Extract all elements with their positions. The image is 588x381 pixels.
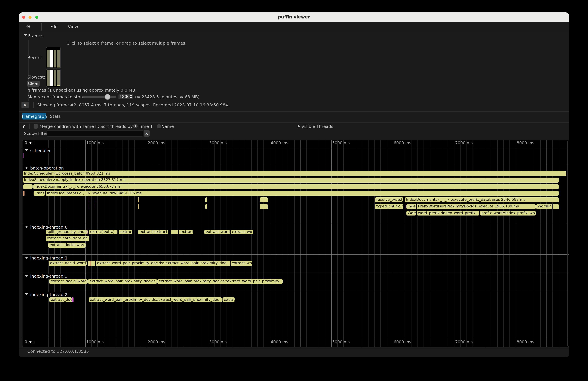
play-button[interactable]: ▶ [21,102,29,108]
flame-span[interactable]: IndexDocuments<_, _>::execute_prefix_dat… [405,198,559,202]
flame-span[interactable]: extract::data_from_ob [45,236,89,241]
flame-span[interactable]: extract_word_pair_proximity_docids::extr… [96,261,230,266]
flame-span[interactable]: extract_word_pair_proximity_docids::extr… [88,297,222,302]
flame-span[interactable] [89,261,90,266]
flame-span[interactable]: Word [406,211,416,215]
help-button[interactable]: ? [22,124,25,129]
sort-time-label[interactable]: Time [139,124,149,129]
flame-span[interactable]: IndexScheduler>::process_batch 8953.821 … [23,171,566,176]
scrollbar[interactable] [567,141,568,346]
gridline [270,140,270,347]
frames-collapse-icon[interactable] [24,34,27,36]
title-bar[interactable]: puffin viewer [19,12,569,22]
flame-span[interactable]: extrac [119,230,132,234]
flame-span[interactable] [23,184,33,189]
flame-span[interactable]: split_grenad_by_chun [45,230,88,234]
scope-filter-input[interactable] [46,130,143,136]
thread-header-indexing-thread:3[interactable]: indexing-thread:3 [25,274,69,279]
menu-file[interactable]: File [50,24,58,29]
max-frames-slider-knob[interactable] [105,94,110,100]
flame-span[interactable]: extract_wo [231,230,253,234]
flame-span[interactable] [205,198,207,202]
flame-span[interactable] [88,198,89,202]
flame-span[interactable] [138,198,139,202]
flame-span[interactable] [23,191,24,196]
flame-span[interactable]: extract_wo [231,261,252,266]
gridline [196,140,196,347]
menu-view[interactable]: View [68,24,78,29]
flame-span[interactable]: receive_typed_ [375,198,403,202]
flame-span[interactable] [23,153,23,158]
flame-span[interactable]: extra [102,230,113,234]
flame-span[interactable]: extract_docid_word [49,279,88,284]
flame-span[interactable] [88,204,89,209]
flame-span[interactable]: prefix_word::index_prefix_wo [480,211,536,215]
flame-span[interactable]: extract_docid_word [48,243,85,248]
flame-span[interactable]: IndexDocuments<_, _>::execute 8656.677 m… [33,184,559,189]
flame-span[interactable] [90,261,91,266]
flame-span[interactable] [72,297,74,302]
flame-span[interactable]: WordPr [536,204,552,209]
clear-filter-button[interactable]: x [144,130,149,136]
flame-span[interactable]: extract_word_pair_proximity_docids::extr… [157,279,283,284]
clear-button[interactable]: Clear [27,81,40,87]
thread-header-indexing-thread:1[interactable]: indexing-thread:1 [25,255,69,261]
flame-span[interactable] [205,204,207,209]
menu-bar: ☀ File View [19,22,569,32]
flame-span[interactable] [260,204,268,209]
frames-header[interactable]: Frames [28,33,43,38]
flame-span[interactable]: index [406,204,416,209]
flamegraph-canvas[interactable]: 0 ms1000 ms2000 ms3000 ms4000 ms5000 ms6… [22,139,569,347]
flame-span[interactable] [94,198,95,202]
flame-span[interactable]: IndexScheduler>::apply_index_operation 8… [23,178,559,182]
visible-threads-collapse-icon[interactable] [297,125,300,128]
theme-sun-icon[interactable]: ☀ [26,24,30,29]
flame-span[interactable] [138,204,139,209]
flame-span[interactable]: IndexDocuments<_, _>::execute_raw 8459.1… [46,191,559,196]
thread-header-batch-operation[interactable]: batch-operation [25,165,66,171]
section-separator [22,165,569,165]
flame-span[interactable]: extract [89,230,102,234]
flame-span[interactable]: extract_ [138,230,153,234]
sort-name-radio[interactable] [157,124,161,128]
flame-span[interactable]: extract_ [153,230,168,234]
flame-span[interactable]: extract_word [204,230,230,234]
max-frames-value[interactable]: 18000 [119,94,133,99]
merge-children-label[interactable]: Merge children with same ID [40,124,100,129]
flame-span[interactable] [553,204,559,209]
flame-span[interactable]: typed_chunk::w [375,204,403,209]
flame-span[interactable] [260,198,268,202]
gridline [553,140,553,347]
flame-span[interactable]: extract [179,230,193,234]
axis-top-tick-label: 0 ms [25,141,35,145]
axis-boundary-line [84,148,567,148]
max-frames-slider[interactable] [82,96,116,98]
sort-desc-icon[interactable]: ⬇ [150,124,153,129]
flame-span[interactable] [405,204,405,209]
thread-header-scheduler[interactable]: scheduler [25,148,53,153]
recent-frames-thumbnail[interactable] [46,47,61,68]
visible-threads-header[interactable]: Visible Threads [301,124,333,129]
sort-name-label[interactable]: Name [161,124,174,129]
merge-children-checkbox[interactable] [34,124,38,128]
flame-span[interactable]: PrefixWordPairsProximityDocids::execute … [417,204,536,209]
flame-span[interactable] [88,261,95,266]
flame-span[interactable] [171,230,178,234]
flame-span[interactable]: extract_word_pair_proximity_docids [88,279,157,284]
flame-span[interactable] [94,204,95,209]
collapse-triangle-icon [25,293,28,296]
thread-header-indexing-thread:0[interactable]: indexing-thread:0 [25,224,69,230]
gridline [516,140,516,347]
flame-span[interactable]: extrac [223,297,234,302]
sort-time-radio[interactable] [133,124,137,128]
flame-span[interactable]: extract_docid_word [49,261,86,266]
flame-span[interactable] [88,230,88,234]
flame-span[interactable]: Trans [33,191,45,196]
tab-flamegraph[interactable]: Flamegraph [22,113,46,119]
tab-stats[interactable]: Stats [50,113,61,119]
flame-span[interactable] [113,230,117,234]
flame-span[interactable]: extract_doc [49,297,72,302]
thread-header-indexing-thread:2[interactable]: indexing-thread:2 [25,292,69,297]
flame-span[interactable]: word_prefix::index_word_prefix_ [417,211,479,215]
slowest-frames-thumbnail[interactable] [46,69,61,87]
